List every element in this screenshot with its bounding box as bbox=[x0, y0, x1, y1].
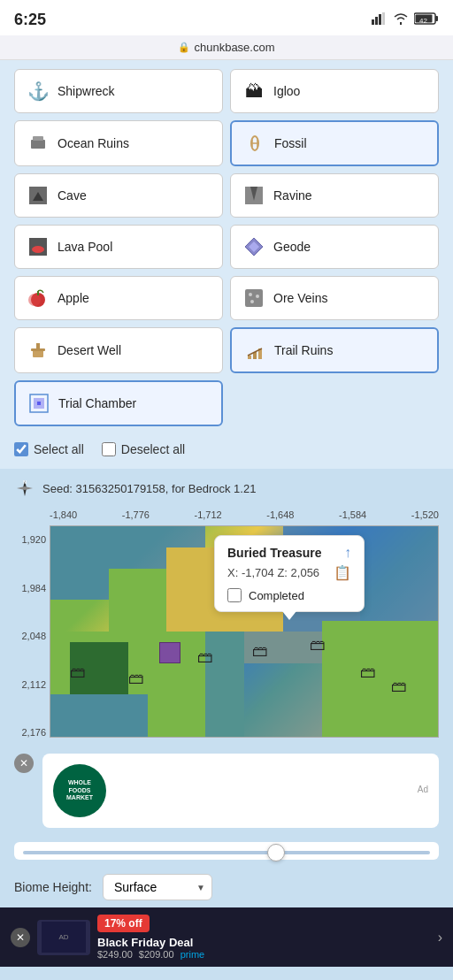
ad-section-whole-foods: ✕ WHOLE FOODS MARKET Ad bbox=[0, 746, 453, 835]
struct-label-shipwreck: Shipwreck bbox=[58, 84, 115, 98]
tooltip-completed: Completed bbox=[227, 588, 351, 602]
wifi-icon bbox=[393, 12, 409, 27]
map-area: -1,840 -1,776 -1,712 -1,648 -1,584 -1,52… bbox=[50, 509, 439, 738]
map-wrapper: 1,920 1,984 2,048 2,112 2,176 -1,840 -1,… bbox=[14, 509, 439, 738]
y-axis: 1,920 1,984 2,048 2,112 2,176 bbox=[14, 509, 46, 738]
struct-icon-ravine bbox=[242, 183, 266, 208]
grass-patch-3 bbox=[322, 621, 438, 737]
struct-item-trial-chamber[interactable]: Trial Chamber bbox=[14, 380, 223, 426]
biome-section: Biome Height: Surface Underground Ocean … bbox=[0, 867, 453, 907]
svg-rect-32 bbox=[36, 343, 40, 350]
biome-select-wrapper[interactable]: Surface Underground Ocean Floor bbox=[103, 874, 212, 900]
map-image[interactable]: 🗃 🗃 🗃 🗃 🗃 🗃 🗃 Buried Treasure ↑ X: -1,70… bbox=[50, 525, 439, 738]
svg-rect-25 bbox=[37, 291, 39, 295]
struct-item-trail-ruins[interactable]: Trail Ruins bbox=[230, 327, 439, 373]
tooltip-title-text: Buried Treasure bbox=[227, 546, 322, 560]
struct-icon-trail-ruins bbox=[242, 338, 267, 363]
seed-header: N Seed: 31563250179158, for Bedrock 1.21 bbox=[14, 478, 439, 499]
deselect-all-checkbox[interactable] bbox=[102, 442, 116, 456]
struct-icon-geode bbox=[242, 234, 266, 259]
prime-text: prime bbox=[180, 949, 205, 960]
struct-icon-lava-pool bbox=[26, 234, 50, 259]
x-label-3: -1,648 bbox=[266, 509, 294, 520]
x-label-4: -1,584 bbox=[339, 509, 366, 520]
tooltip-coords: X: -1,704 Z: 2,056 📋 bbox=[227, 564, 351, 581]
struct-item-geode[interactable]: Geode bbox=[230, 225, 439, 269]
svg-rect-26 bbox=[245, 289, 263, 307]
y-label-1: 1,984 bbox=[14, 583, 46, 593]
completed-checkbox[interactable] bbox=[227, 588, 242, 602]
map-chest-2[interactable]: 🗃 bbox=[128, 670, 144, 688]
ad-content-whole-foods[interactable]: WHOLE FOODS MARKET Ad bbox=[42, 754, 439, 828]
deselect-all-label[interactable]: Deselect all bbox=[102, 442, 185, 456]
struct-label-trail-ruins: Trail Ruins bbox=[274, 343, 333, 357]
browser-url[interactable]: 🔒 chunkbase.com bbox=[178, 41, 274, 54]
struct-icon-ore-veins bbox=[242, 286, 266, 310]
struct-item-desert-well[interactable]: Desert Well bbox=[14, 327, 223, 373]
struct-item-shipwreck[interactable]: ⚓ Shipwreck bbox=[14, 69, 223, 113]
struct-item-cave[interactable]: Cave bbox=[14, 173, 223, 218]
struct-icon-apple bbox=[26, 286, 50, 310]
browser-bar: 🔒 chunkbase.com bbox=[0, 35, 453, 60]
bottom-ad-banner[interactable]: ✕ AD 17% off Black Friday Deal $249.00 $… bbox=[0, 907, 453, 967]
wf-line2: FOODS bbox=[66, 787, 93, 794]
svg-text:AD: AD bbox=[58, 933, 68, 941]
status-icons: 42 bbox=[372, 12, 439, 27]
struct-item-fossil[interactable]: Fossil bbox=[230, 120, 439, 166]
url-text: chunkbase.com bbox=[194, 41, 274, 54]
svg-rect-0 bbox=[372, 19, 374, 25]
slider-thumb[interactable] bbox=[267, 844, 285, 861]
seed-section: N Seed: 31563250179158, for Bedrock 1.21 bbox=[0, 469, 453, 509]
map-chest-1[interactable]: 🗃 bbox=[70, 663, 86, 682]
struct-label-trial-chamber: Trial Chamber bbox=[58, 396, 136, 410]
copy-icon[interactable]: 📋 bbox=[334, 564, 351, 581]
map-chest-4[interactable]: 🗃 bbox=[252, 642, 268, 661]
struct-icon-ocean-ruins bbox=[26, 131, 50, 156]
struct-label-ocean-ruins: Ocean Ruins bbox=[58, 136, 129, 150]
signal-icon bbox=[372, 12, 388, 27]
bottom-ad-close-button[interactable]: ✕ bbox=[11, 928, 30, 947]
black-friday-text: Black Friday Deal bbox=[97, 936, 431, 949]
svg-point-27 bbox=[249, 293, 252, 296]
y-label-4: 2,176 bbox=[14, 727, 46, 738]
x-label-0: -1,840 bbox=[50, 509, 77, 520]
struct-item-ravine[interactable]: Ravine bbox=[230, 173, 439, 218]
svg-rect-8 bbox=[31, 140, 45, 149]
svg-rect-3 bbox=[382, 12, 385, 25]
struct-item-igloo[interactable]: 🏔 Igloo bbox=[230, 69, 439, 113]
svg-text:42: 42 bbox=[419, 17, 427, 25]
wf-line1: WHOLE bbox=[66, 779, 93, 786]
tooltip-z-value: 2,056 bbox=[291, 566, 320, 579]
slider-track bbox=[23, 851, 430, 854]
struct-label-ravine: Ravine bbox=[273, 188, 312, 203]
struct-item-ocean-ruins[interactable]: Ocean Ruins bbox=[14, 120, 223, 166]
select-deselect-row: Select all Deselect all bbox=[0, 435, 453, 469]
price-text: $249.00 $209.00 prime bbox=[97, 949, 431, 960]
struct-item-ore-veins[interactable]: Ore Veins bbox=[230, 276, 439, 320]
ocean-patch-4 bbox=[50, 694, 148, 737]
struct-label-fossil: Fossil bbox=[274, 136, 307, 150]
struct-label-ore-veins: Ore Veins bbox=[273, 291, 327, 305]
discount-badge: 17% off bbox=[97, 915, 150, 932]
struct-item-apple[interactable]: Apple bbox=[14, 276, 223, 320]
share-icon[interactable]: ↑ bbox=[344, 545, 351, 561]
completed-label: Completed bbox=[249, 589, 304, 602]
struct-item-lava-pool[interactable]: Lava Pool bbox=[14, 225, 223, 269]
slider-section bbox=[0, 835, 453, 867]
map-container: 1,920 1,984 2,048 2,112 2,176 -1,840 -1,… bbox=[0, 509, 453, 746]
ad-close-button[interactable]: ✕ bbox=[14, 754, 34, 773]
deselect-all-text: Deselect all bbox=[121, 442, 185, 456]
structure-grid: ⚓ Shipwreck 🏔 Igloo Ocean Ruins Fossil C… bbox=[0, 60, 453, 435]
map-chest-7[interactable]: 🗃 bbox=[391, 678, 407, 696]
price-old: $249.00 bbox=[97, 949, 133, 960]
map-chest-3[interactable]: 🗃 bbox=[197, 648, 213, 667]
map-chest-6[interactable]: 🗃 bbox=[360, 663, 376, 682]
x-label-1: -1,776 bbox=[122, 509, 150, 520]
select-all-label[interactable]: Select all bbox=[14, 442, 84, 456]
select-all-checkbox[interactable] bbox=[14, 442, 28, 456]
map-chest-5[interactable]: 🗃 bbox=[310, 636, 326, 655]
svg-point-29 bbox=[250, 300, 254, 303]
biome-height-select[interactable]: Surface Underground Ocean Floor bbox=[103, 874, 212, 900]
tooltip-arrow bbox=[282, 611, 296, 620]
struct-icon-trial-chamber bbox=[27, 391, 51, 416]
